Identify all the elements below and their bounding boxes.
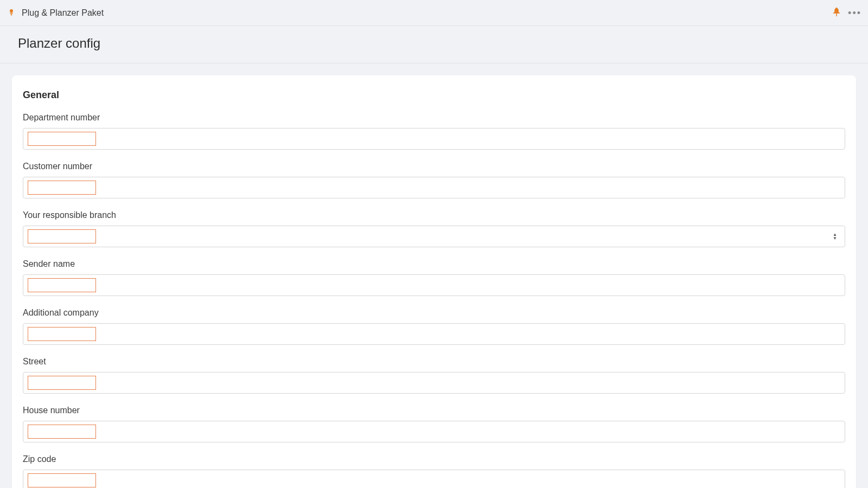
select-caret-icon: ▲ ▼ — [833, 233, 837, 240]
input-department-number[interactable] — [23, 128, 845, 150]
select-responsible-branch[interactable]: ▲ ▼ — [23, 226, 845, 247]
input-customer-number[interactable] — [23, 177, 845, 198]
app-logo-icon — [7, 8, 16, 18]
svg-point-0 — [10, 9, 13, 12]
form-group-zip-code: Zip code — [23, 454, 845, 488]
input-inner-box — [28, 425, 96, 439]
label-additional-company: Additional company — [23, 308, 845, 318]
input-inner-box — [28, 229, 96, 243]
top-bar-left: Plug & Planzer Paket — [7, 8, 104, 18]
input-inner-box — [28, 327, 96, 341]
label-street: Street — [23, 357, 845, 367]
pin-icon[interactable] — [833, 8, 840, 18]
label-customer-number: Customer number — [23, 162, 845, 171]
form-group-responsible-branch: Your responsible branch ▲ ▼ — [23, 210, 845, 247]
label-sender-name: Sender name — [23, 259, 845, 269]
form-group-customer-number: Customer number — [23, 162, 845, 198]
app-title: Plug & Planzer Paket — [22, 8, 104, 18]
more-options-icon[interactable]: ••• — [848, 8, 861, 18]
label-responsible-branch: Your responsible branch — [23, 210, 845, 220]
input-zip-code[interactable] — [23, 470, 845, 488]
input-additional-company[interactable] — [23, 323, 845, 345]
form-group-house-number: House number — [23, 406, 845, 442]
input-house-number[interactable] — [23, 421, 845, 442]
form-group-additional-company: Additional company — [23, 308, 845, 345]
page-header: Planzer config — [0, 26, 868, 63]
form-group-sender-name: Sender name — [23, 259, 845, 296]
config-card: General Department number Customer numbe… — [12, 75, 856, 488]
label-department-number: Department number — [23, 113, 845, 123]
input-inner-box — [28, 278, 96, 292]
form-group-department-number: Department number — [23, 113, 845, 150]
label-zip-code: Zip code — [23, 454, 845, 464]
input-sender-name[interactable] — [23, 274, 845, 296]
form-group-street: Street — [23, 357, 845, 394]
page-title: Planzer config — [18, 36, 850, 51]
input-inner-box — [28, 181, 96, 195]
top-bar-right: ••• — [833, 8, 861, 18]
input-inner-box — [28, 473, 96, 487]
input-street[interactable] — [23, 372, 845, 394]
content-wrapper: General Department number Customer numbe… — [0, 63, 868, 488]
section-title: General — [23, 89, 845, 101]
label-house-number: House number — [23, 406, 845, 415]
input-inner-box — [28, 376, 96, 390]
input-inner-box — [28, 132, 96, 146]
top-bar: Plug & Planzer Paket ••• — [0, 0, 868, 26]
